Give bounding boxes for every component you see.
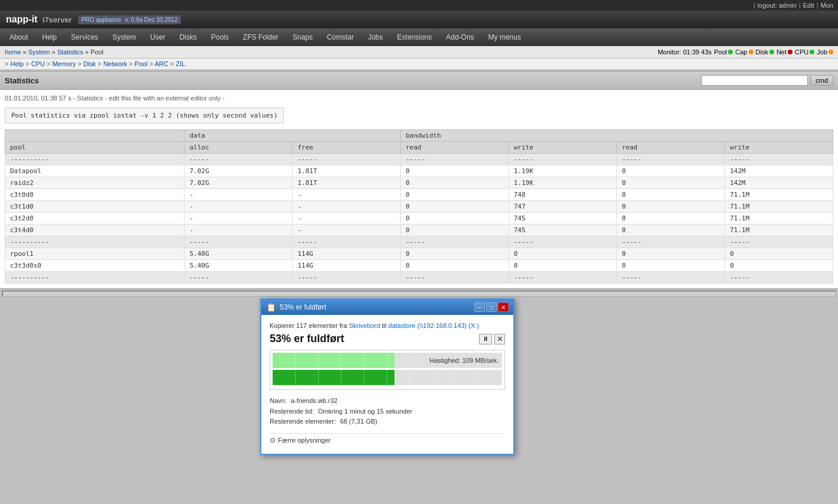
breadcrumb-current: Pool xyxy=(90,48,103,56)
th-read2: read xyxy=(617,142,725,154)
th-data-group: data xyxy=(185,130,401,142)
mon-link[interactable]: Mon xyxy=(821,2,833,9)
breadcrumb-statistics[interactable]: Statistics xyxy=(57,48,83,56)
nav-system[interactable]: System xyxy=(105,28,143,46)
table-col-header-row: pool alloc free read write read write xyxy=(5,142,833,154)
nav-my-menus[interactable]: My menus xyxy=(481,28,528,46)
subnav-disk[interactable]: Disk xyxy=(83,60,96,67)
th-pool: pool xyxy=(5,142,185,154)
table-row: rpool15.40G114G0000 xyxy=(5,248,833,260)
breadcrumb-system[interactable]: System xyxy=(28,48,50,56)
table-row: ---------------------------------------- xyxy=(5,272,833,284)
search-input[interactable] xyxy=(701,75,808,86)
job-status-dot xyxy=(829,50,833,54)
table-separator-header: ---------- ----- ----- ----- ----- -----… xyxy=(5,154,833,165)
sub-nav: > Help > CPU > Memory > Disk > Network >… xyxy=(0,58,838,70)
th-pool-group xyxy=(5,130,185,142)
top-bar: | logout: admin | Edit | Mon xyxy=(0,0,838,11)
pool-stats-table: data bandwidth pool alloc free read writ… xyxy=(5,129,833,284)
table-row: Datapool7.02G1.81T01.19K0142M xyxy=(5,165,833,177)
monitor-label: Monitor: 01:39 43s xyxy=(658,48,711,56)
breadcrumb: home » System » Statistics » Pool xyxy=(5,48,103,56)
content-wrapper: 01.01.2010, 01:38 57 s - Statistics - ed… xyxy=(0,90,838,288)
sep3: | xyxy=(817,2,818,9)
app-name: napp-it xyxy=(6,14,37,24)
section-title: Statistics xyxy=(5,76,39,85)
nav-pools[interactable]: Pools xyxy=(204,28,236,46)
subnav-network[interactable]: Network xyxy=(103,60,127,67)
monitor-bar: Monitor: 01:39 43s Pool Cap Disk Net CPU… xyxy=(658,48,833,56)
nav-disks[interactable]: Disks xyxy=(172,28,203,46)
th-write1: write xyxy=(509,142,617,154)
th-free: free xyxy=(293,142,401,154)
logout-link[interactable]: logout: admin xyxy=(758,2,797,9)
table-row: raidz27.02G1.81T01.19K0142M xyxy=(5,177,833,189)
nav-help[interactable]: Help xyxy=(35,28,64,46)
th-read1: read xyxy=(400,142,509,154)
cpu-status-dot xyxy=(810,50,814,54)
section-header: Statistics cmd xyxy=(0,71,838,90)
pool-status-dot xyxy=(728,50,733,54)
timestamp-line: 01.01.2010, 01:38 57 s - Statistics - ed… xyxy=(5,95,833,102)
subnav-cpu[interactable]: CPU xyxy=(31,60,45,67)
nav-jobs[interactable]: Jobs xyxy=(361,28,390,46)
breadcrumb-bar: home » System » Statistics » Pool Monito… xyxy=(0,46,838,58)
th-bandwidth-group: bandwidth xyxy=(400,130,833,142)
th-alloc: alloc xyxy=(185,142,293,154)
cap-status-dot xyxy=(749,50,753,54)
table-row: c3t2d0--0745071.1M xyxy=(5,213,833,225)
pool-description: Pool statistics via zpool iostat -v 1 2 … xyxy=(5,108,284,123)
table-group-header-row: data bandwidth xyxy=(5,130,833,142)
monitor-pool: Pool xyxy=(714,48,733,56)
subnav-pool[interactable]: Pool xyxy=(135,60,148,67)
nav-services[interactable]: Services xyxy=(64,28,105,46)
separator: | xyxy=(753,2,755,9)
table-row: c3t4d0--0745071.1M xyxy=(5,225,833,236)
disk-status-dot xyxy=(769,50,774,54)
nav-extensions[interactable]: Extensions xyxy=(390,28,439,46)
nav-add-ons[interactable]: Add-Ons xyxy=(439,28,481,46)
monitor-cap: Cap xyxy=(735,48,753,56)
table-row: c3t0d0--0748071.1M xyxy=(5,189,833,201)
header: napp-it i7server PRO appliance v. 0.9a D… xyxy=(0,11,838,28)
cmd-button[interactable]: cmd xyxy=(810,75,833,86)
table-body: Datapool7.02G1.81T01.19K0142Mraidz27.02G… xyxy=(5,165,833,284)
subnav-arc[interactable]: ARC xyxy=(155,60,169,67)
subnav-zil[interactable]: ZIL xyxy=(176,60,185,67)
monitor-cpu: CPU xyxy=(795,48,814,56)
main-nav: About Help Services System User Disks Po… xyxy=(0,28,838,46)
subnav-memory[interactable]: Memory xyxy=(52,60,76,67)
pro-badge: PRO appliance v. 0.9a Dez.30.2012 xyxy=(78,15,182,24)
breadcrumb-home[interactable]: home xyxy=(5,48,21,56)
main-content: 01.01.2010, 01:38 57 s - Statistics - ed… xyxy=(0,90,838,288)
nav-snaps[interactable]: Snaps xyxy=(286,28,320,46)
sep2: | xyxy=(799,2,801,9)
scroll-track[interactable] xyxy=(2,291,836,297)
nav-zfs-folder[interactable]: ZFS Folder xyxy=(236,28,286,46)
monitor-job: Job xyxy=(817,48,833,56)
server-name: i7server xyxy=(43,15,72,24)
monitor-net: Net xyxy=(776,48,792,56)
app-logo: napp-it i7server xyxy=(6,14,72,25)
table-row: c3t3d0s05.40G114G0000 xyxy=(5,260,833,272)
monitor-disk: Disk xyxy=(756,48,774,56)
subnav-help[interactable]: Help xyxy=(10,60,24,67)
nav-about[interactable]: About xyxy=(2,28,35,46)
net-status-dot xyxy=(788,50,792,54)
search-area: cmd xyxy=(701,75,833,86)
nav-comstar[interactable]: Comstar xyxy=(320,28,361,46)
table-row: ---------------------------------------- xyxy=(5,236,833,248)
nav-user[interactable]: User xyxy=(143,28,172,46)
scrollbar-area xyxy=(0,288,838,298)
edit-link[interactable]: Edit xyxy=(803,2,814,9)
table-row: c3t1d0--0747071.1M xyxy=(5,201,833,213)
th-write2: write xyxy=(725,142,833,154)
